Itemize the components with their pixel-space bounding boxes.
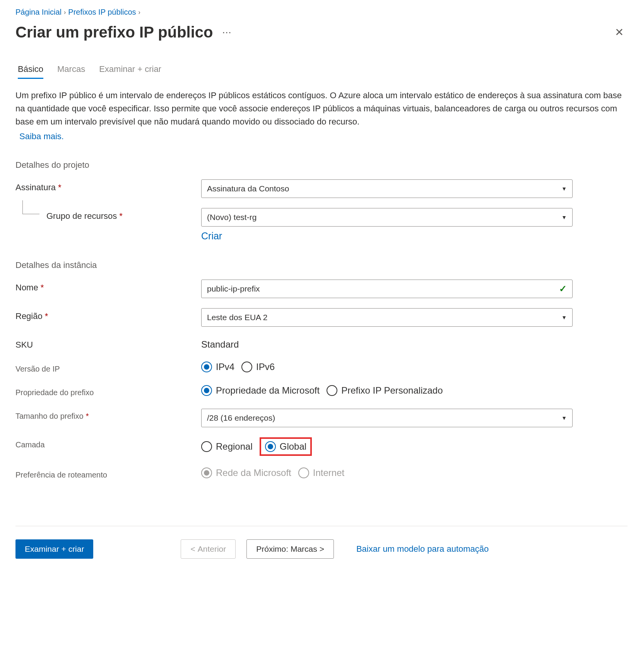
create-new-rg-link[interactable]: Criar — [201, 230, 222, 242]
prefix-size-select[interactable]: /28 (16 endereços) ▼ — [201, 409, 573, 427]
next-button[interactable]: Próximo: Marcas > — [246, 539, 334, 559]
download-template-link[interactable]: Baixar um modelo para automação — [356, 544, 489, 554]
page-title: Criar um prefixo IP público — [15, 24, 213, 41]
chevron-right-icon: › — [139, 9, 140, 16]
radio-icon — [241, 362, 252, 372]
resource-group-select[interactable]: (Novo) test-rg ▼ — [201, 208, 573, 227]
tab-review-create[interactable]: Examinar + criar — [99, 64, 161, 78]
check-icon: ✓ — [559, 283, 567, 294]
radio-internet: Internet — [298, 467, 344, 478]
radio-ipv4[interactable]: IPv4 — [201, 362, 234, 372]
label-name: Nome* — [15, 280, 201, 293]
label-ip-version: Versão de IP — [15, 362, 201, 374]
radio-msft-owned[interactable]: Propriedade da Microsoft — [201, 385, 320, 396]
radio-icon — [327, 385, 337, 396]
subscription-value: Assinatura da Contoso — [207, 184, 289, 193]
close-icon[interactable]: ✕ — [611, 26, 628, 39]
highlight-global: Global — [260, 437, 312, 456]
label-routing-pref: Preferência de roteamento — [15, 467, 201, 479]
tabs: Básico Marcas Examinar + criar — [15, 64, 628, 78]
breadcrumb: Página Inicial › Prefixos IP públicos › — [15, 8, 628, 17]
more-actions-icon[interactable]: ⋯ — [222, 27, 232, 38]
label-sku: SKU — [15, 337, 201, 350]
radio-custom-prefix[interactable]: Prefixo IP Personalizado — [327, 385, 443, 396]
title-row: Criar um prefixo IP público ⋯ ✕ — [15, 24, 628, 41]
intro-text: Um prefixo IP público é um intervalo de … — [15, 89, 623, 128]
footer: Examinar + criar < Anterior Próximo: Mar… — [15, 526, 628, 559]
breadcrumb-prefixes[interactable]: Prefixos IP públicos — [68, 8, 136, 17]
region-value: Leste dos EUA 2 — [207, 313, 267, 322]
name-input-wrap: ✓ — [201, 280, 573, 298]
chevron-down-icon: ▼ — [561, 314, 567, 321]
breadcrumb-home[interactable]: Página Inicial — [15, 8, 62, 17]
radio-icon — [265, 441, 276, 452]
radio-icon — [201, 385, 212, 396]
label-resource-group: Grupo de recursos* — [15, 208, 201, 221]
label-subscription: Assinatura* — [15, 179, 201, 193]
learn-more-link[interactable]: Saiba mais. — [19, 131, 64, 141]
radio-regional[interactable]: Regional — [201, 441, 253, 452]
name-input[interactable] — [207, 284, 559, 293]
chevron-down-icon: ▼ — [561, 186, 567, 192]
label-prefix-size: Tamanho do prefixo* — [15, 409, 201, 421]
chevron-down-icon: ▼ — [561, 415, 567, 421]
radio-global[interactable]: Global — [265, 441, 306, 452]
label-tier: Camada — [15, 437, 201, 449]
chevron-left-icon: < — [190, 544, 195, 554]
tab-basic[interactable]: Básico — [18, 64, 43, 78]
label-region: Região* — [15, 308, 201, 321]
tree-line-icon — [22, 200, 39, 214]
chevron-right-icon: › — [64, 9, 66, 16]
prefix-size-value: /28 (16 endereços) — [207, 413, 275, 423]
radio-icon — [298, 467, 309, 478]
chevron-down-icon: ▼ — [561, 214, 567, 220]
subscription-select[interactable]: Assinatura da Contoso ▼ — [201, 179, 573, 198]
tab-tags[interactable]: Marcas — [57, 64, 85, 78]
radio-icon — [201, 362, 212, 372]
radio-icon — [201, 467, 212, 478]
resource-group-value: (Novo) test-rg — [207, 213, 257, 222]
review-create-button[interactable]: Examinar + criar — [15, 539, 93, 559]
radio-icon — [201, 441, 212, 452]
region-select[interactable]: Leste dos EUA 2 ▼ — [201, 308, 573, 327]
label-prefix-ownership: Propriedade do prefixo — [15, 385, 201, 397]
sku-value: Standard — [201, 337, 573, 350]
section-project-details: Detalhes do projeto — [15, 160, 628, 170]
radio-ipv6[interactable]: IPv6 — [241, 362, 275, 372]
radio-msft-network: Rede da Microsoft — [201, 467, 291, 478]
section-instance-details: Detalhes da instância — [15, 260, 628, 270]
previous-button: < Anterior — [181, 539, 236, 559]
